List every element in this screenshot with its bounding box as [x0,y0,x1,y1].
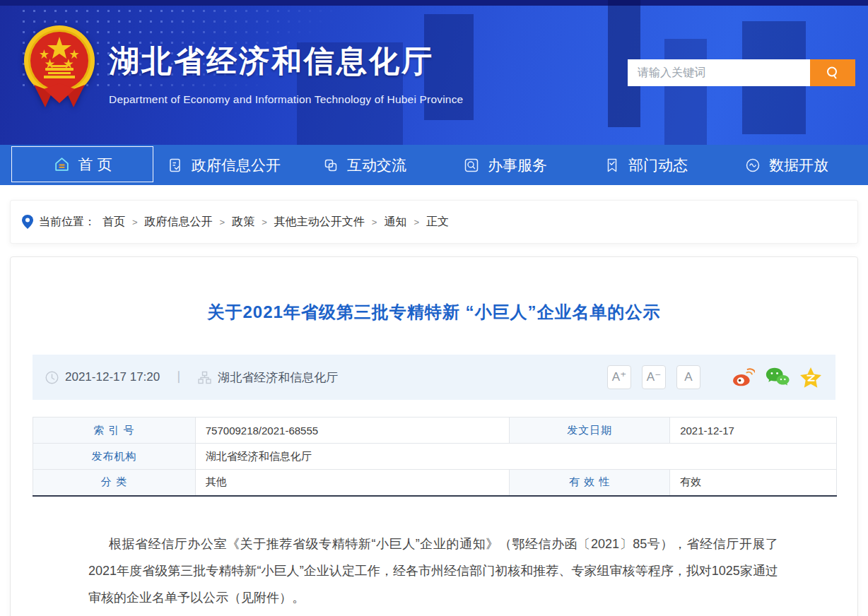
site-subtitle-en: Department of Economy and Information Te… [109,93,463,106]
breadcrumb-item-notice[interactable]: 通知 [384,215,406,230]
nav-item-department-news[interactable]: 部门动态 [575,145,716,185]
clock-icon [45,371,59,384]
nav-item-home[interactable]: 首 页 [11,146,153,182]
home-icon [53,155,71,173]
publish-time: 2021-12-17 17:20 [65,370,160,384]
breadcrumb-separator: > [132,217,138,227]
font-reset-button[interactable]: A [676,365,700,389]
breadcrumb-separator: > [372,217,377,227]
publisher-value: 湖北省经济和信息化厅 [195,444,836,470]
breadcrumb-separator: > [262,217,267,227]
site-header: 湖北省经济和信息化厅 Department of Economy and Inf… [0,0,868,145]
nav-label: 首 页 [78,155,112,174]
breadcrumb-separator: > [414,217,419,227]
document-info-table: 索 引 号 757009218/2021-68555 发文日期 2021-12-… [33,417,837,497]
article-meta-right: A⁺ A⁻ A [607,365,821,389]
breadcrumb-separator: > [220,217,225,227]
article-body-paragraph: 根据省经信厅办公室《关于推荐省级专精特新“小巨人”企业的通知》（鄂经信办函〔20… [88,531,778,611]
source-org-icon [198,371,211,384]
publisher-label: 发布机构 [33,444,196,470]
search-button[interactable] [810,59,855,86]
category-label: 分 类 [33,470,196,496]
main-nav: 首 页 政府信息公开 互动交流 [0,145,868,185]
validity-label: 有 效 性 [510,470,670,496]
breadcrumb-item-current: 正文 [426,215,449,230]
search-icon [825,65,840,81]
qzone-icon[interactable] [800,367,821,388]
department-news-icon [604,157,621,174]
service-search-icon [463,157,480,174]
breadcrumb-item-home[interactable]: 首页 [102,215,125,230]
article-title: 关于2021年省级第三批专精特新 “小巨人”企业名单的公示 [11,301,857,324]
site-brand: 湖北省经济和信息化厅 Department of Economy and Inf… [20,24,463,107]
page: 湖北省经济和信息化厅 Department of Economy and Inf… [0,0,868,616]
nav-label: 政府信息公开 [192,155,281,175]
open-data-icon [744,157,761,174]
interaction-icon [322,157,339,174]
site-titles: 湖北省经济和信息化厅 Department of Economy and Inf… [109,24,463,106]
article-meta-left: 2021-12-17 17:20 丨 湖北省经济和信息化厅 [45,369,338,386]
breadcrumb-item-policy[interactable]: 政策 [232,215,254,230]
font-larger-button[interactable]: A⁺ [607,365,631,389]
index-number-label: 索 引 号 [33,417,196,444]
search-input[interactable] [628,59,810,86]
meta-divider: 丨 [172,369,185,386]
table-row: 索 引 号 757009218/2021-68555 发文日期 2021-12-… [33,417,837,444]
font-smaller-button[interactable]: A⁻ [642,365,666,389]
issue-date-label: 发文日期 [510,417,670,444]
location-pin-icon [22,215,33,229]
article-card: 关于2021年省级第三批专精特新 “小巨人”企业名单的公示 2021-12-17… [10,256,858,616]
nav-item-services[interactable]: 办事服务 [435,145,575,185]
wechat-icon[interactable] [766,367,790,387]
nav-item-gov-info[interactable]: 政府信息公开 [153,145,294,185]
national-emblem-logo[interactable] [20,24,99,107]
table-row: 发布机构 湖北省经济和信息化厅 [33,444,837,470]
gov-info-icon [167,157,184,174]
breadcrumb-item-gov-info[interactable]: 政府信息公开 [145,215,213,230]
nav-label: 互动交流 [347,155,406,175]
index-number-value: 757009218/2021-68555 [195,417,510,444]
weibo-icon[interactable] [732,367,755,387]
table-row: 分 类 其他 有 效 性 有效 [33,470,837,496]
article-source: 湖北省经济和信息化厅 [218,369,338,386]
nav-label: 办事服务 [488,155,547,175]
article-meta-bar: 2021-12-17 17:20 丨 湖北省经济和信息化厅 A⁺ A⁻ A [33,355,835,400]
breadcrumb-item-other-docs[interactable]: 其他主动公开文件 [274,215,365,230]
validity-value: 有效 [670,470,837,496]
site-title: 湖北省经济和信息化厅 [109,41,463,82]
nav-item-open-data[interactable]: 数据开放 [716,145,857,185]
search-bar [628,59,855,86]
category-value: 其他 [195,470,510,496]
nav-label: 数据开放 [769,155,828,175]
nav-item-interaction[interactable]: 互动交流 [294,145,435,185]
breadcrumb-label: 当前位置： [39,215,95,230]
nav-label: 部门动态 [628,155,688,175]
issue-date-value: 2021-12-17 [670,417,837,444]
skyline-decoration [664,39,707,145]
breadcrumb: 当前位置： 首页 > 政府信息公开 > 政策 > 其他主动公开文件 > 通知 >… [10,200,858,244]
